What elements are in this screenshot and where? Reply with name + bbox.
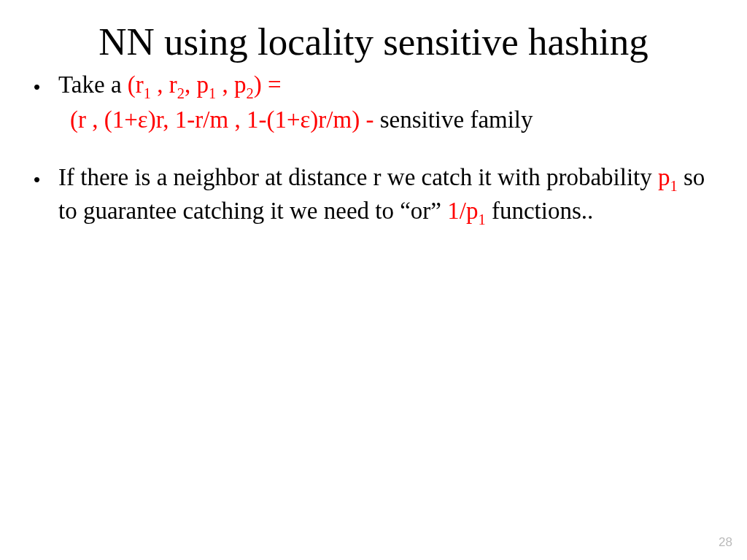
b2-inv: 1/p1 [447,198,485,224]
tuple-close: ) = [254,71,282,98]
bullet1-continuation: (r , (1+ε)r, 1-r/m , 1-(1+ε)r/m) - sensi… [58,104,718,137]
sep2: , p [185,71,209,98]
b2-inv-sub: 1 [478,211,485,227]
sep1: , r [151,71,177,98]
line2-black: sensitive family [380,106,533,133]
bullet-2: If there is a neighbor at distance r we … [58,161,718,228]
b2-p1-sub: 1 [670,178,677,194]
bullet1-tuple: (r1 , r2, p1 , p2) = [128,71,282,98]
sep3: , p [216,71,246,98]
b2-part1: If there is a neighbor at distance r we … [58,164,658,190]
b2-part3: functions.. [486,198,594,224]
page-number: 28 [719,535,732,550]
slide-body: Take a (r1 , r2, p1 , p2) = (r , (1+ε)r,… [0,63,747,228]
bullet-1: Take a (r1 , r2, p1 , p2) = (r , (1+ε)r,… [58,69,718,136]
sub-r2: 2 [177,85,185,101]
line2-red: (r , (1+ε)r, 1-r/m , 1-(1+ε)r/m) - [70,106,380,133]
sub-p2: 2 [246,85,253,101]
sub-p1: 1 [209,85,216,101]
b2-inv-base: 1/p [447,198,478,224]
tuple-open: (r [128,71,144,98]
b2-p1: p1 [658,164,678,190]
sub-r1: 1 [144,85,151,101]
slide: NN using locality sensitive hashing Take… [0,0,747,560]
b2-p1-base: p [658,164,670,190]
bullet1-lead: Take a [58,71,128,98]
slide-title: NN using locality sensitive hashing [0,0,747,63]
